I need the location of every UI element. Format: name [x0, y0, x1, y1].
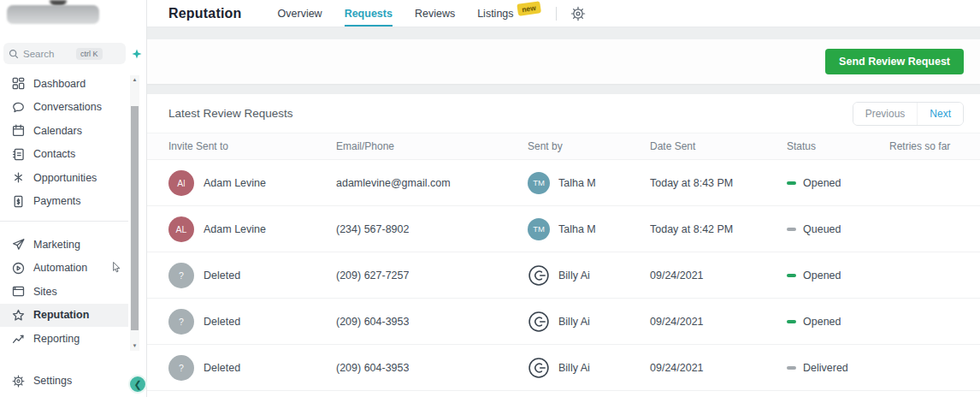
tab-label: Listings	[477, 8, 513, 20]
contact-value: (209) 604-3953	[336, 316, 409, 328]
top-navigation-bar: Reputation Overview Requests Reviews Lis…	[147, 0, 980, 27]
actions-toolbar: Send Review Request	[147, 39, 980, 84]
sidebar-item-contacts[interactable]: Contacts	[0, 143, 128, 167]
contact-value: adamlevine@gmail.com	[336, 177, 451, 189]
column-header: Status	[787, 140, 889, 152]
column-header: Date Sent	[650, 140, 787, 152]
sidebar-item-label: Reputation	[33, 309, 89, 321]
table-header-row: Invite Sent to Email/Phone Sent by Date …	[147, 133, 980, 160]
tab-reviews[interactable]: Reviews	[415, 0, 455, 27]
sidebar-item-calendars[interactable]: Calendars	[0, 119, 128, 143]
contact-value: (209) 627-7257	[336, 270, 409, 281]
reputation-settings-button[interactable]	[570, 6, 586, 21]
column-header: Invite Sent to	[168, 140, 336, 152]
tab-bar: Overview Requests Reviews Listings new	[278, 0, 541, 27]
shortcut-badge: ctrl K	[76, 48, 103, 60]
sidebar-item-label: Automation	[33, 262, 87, 274]
tab-overview[interactable]: Overview	[278, 0, 322, 27]
sidebar-item-label: Settings	[33, 375, 72, 387]
date-sent: 09/24/2021	[650, 362, 704, 374]
next-page-button[interactable]: Next	[918, 103, 963, 125]
sent-by-name: Billy Ai	[558, 316, 590, 328]
table-row: AL Adam Levine (234) 567-8902 TM Talha M…	[147, 206, 980, 252]
sites-icon	[12, 285, 25, 298]
sidebar-item-sites[interactable]: Sites	[0, 280, 128, 304]
invite-name: Adam Levine	[204, 177, 266, 189]
table-body: Al Adam Levine adamlevine@gmail.com TM T…	[147, 160, 980, 391]
gear-icon	[12, 375, 25, 388]
sidebar-item-conversations[interactable]: Conversations	[0, 96, 128, 120]
sidebar-item-settings[interactable]: Settings	[0, 370, 128, 394]
status-label: Opened	[803, 270, 841, 281]
payments-icon	[12, 195, 25, 208]
status-indicator	[787, 366, 796, 370]
column-header: Sent by	[528, 140, 650, 152]
agency-logo	[7, 5, 99, 24]
status-label: Queued	[803, 223, 841, 235]
scroll-up-arrow[interactable]: ▲	[130, 75, 139, 85]
sidebar-item-label: Contacts	[33, 148, 75, 160]
search-input[interactable]: ctrl K	[3, 43, 126, 64]
search-icon	[9, 49, 19, 59]
tab-label: Overview	[278, 8, 322, 20]
sidebar-scrollbar[interactable]: ▲ ▼	[130, 75, 139, 351]
sent-by-avatar: TM	[528, 218, 550, 240]
sidebar-item-label: Payments	[33, 195, 81, 207]
date-sent: 09/24/2021	[650, 270, 704, 281]
scrollbar-thumb[interactable]	[131, 106, 139, 330]
table-row: ? Deleted (209) 604-3953 Billy Ai 09/24/…	[147, 345, 980, 391]
sent-by-name: Talha M	[558, 177, 596, 189]
sidebar-collapse-button[interactable]: ❮	[128, 375, 147, 394]
pagination: Previous Next	[853, 102, 964, 126]
calendars-icon	[12, 124, 25, 137]
ai-sparkle-icon[interactable]	[132, 49, 142, 59]
bot-icon	[528, 264, 550, 287]
tab-listings[interactable]: Listings new	[477, 0, 540, 27]
sent-by-avatar: TM	[528, 172, 550, 194]
reporting-icon	[12, 332, 25, 345]
sidebar-divider	[0, 221, 128, 222]
new-badge: new	[517, 1, 540, 16]
previous-page-button[interactable]: Previous	[853, 103, 918, 125]
bot-icon	[528, 311, 550, 333]
gear-icon	[570, 6, 586, 21]
sidebar-item-reporting[interactable]: Reporting	[0, 327, 128, 351]
contact-value: (234) 567-8902	[336, 223, 409, 235]
sidebar-item-label: Conversations	[33, 101, 102, 113]
opportunities-icon	[12, 171, 25, 184]
sidebar-item-label: Reporting	[33, 333, 80, 345]
sidebar-item-label: Calendars	[33, 125, 82, 137]
avatar: ?	[168, 309, 194, 335]
marketing-icon	[12, 238, 25, 251]
sidebar-item-label: Sites	[33, 286, 57, 298]
page-title: Reputation	[168, 6, 242, 21]
sent-by-name: Billy Ai	[558, 362, 590, 374]
conversations-icon	[12, 101, 25, 114]
sidebar-item-dashboard[interactable]: Dashboard	[0, 72, 128, 96]
avatar: ?	[168, 355, 194, 381]
status-label: Opened	[803, 177, 841, 189]
automation-icon	[12, 262, 25, 275]
avatar: AL	[168, 216, 194, 242]
card-title: Latest Review Requests	[168, 107, 293, 120]
bot-icon	[528, 357, 550, 379]
scroll-down-arrow[interactable]: ▼	[130, 341, 139, 351]
sidebar-item-reputation[interactable]: Reputation	[0, 304, 128, 328]
sidebar-item-payments[interactable]: Payments	[0, 190, 128, 214]
sidebar: ctrl K Dashboard Conversations Calendars…	[0, 0, 147, 397]
search-field[interactable]	[23, 49, 76, 59]
sidebar-nav-bottom: Marketing Automation Sites Reputation Re…	[0, 233, 128, 351]
table-row: ? Deleted (209) 627-7257 Billy Ai 09/24/…	[147, 252, 980, 299]
sidebar-item-marketing[interactable]: Marketing	[0, 233, 128, 257]
date-sent: 09/24/2021	[650, 316, 704, 328]
sidebar-item-opportunities[interactable]: Opportunities	[0, 166, 128, 190]
contacts-icon	[12, 148, 25, 161]
status-label: Opened	[803, 316, 841, 328]
sidebar-item-label: Opportunities	[33, 172, 97, 184]
tab-label: Reviews	[415, 8, 455, 20]
reputation-icon	[12, 309, 25, 322]
tab-requests[interactable]: Requests	[345, 0, 393, 27]
date-sent: Today at 8:43 PM	[650, 177, 733, 189]
send-review-request-button[interactable]: Send Review Request	[825, 49, 964, 74]
sent-by-name: Billy Ai	[558, 270, 590, 281]
